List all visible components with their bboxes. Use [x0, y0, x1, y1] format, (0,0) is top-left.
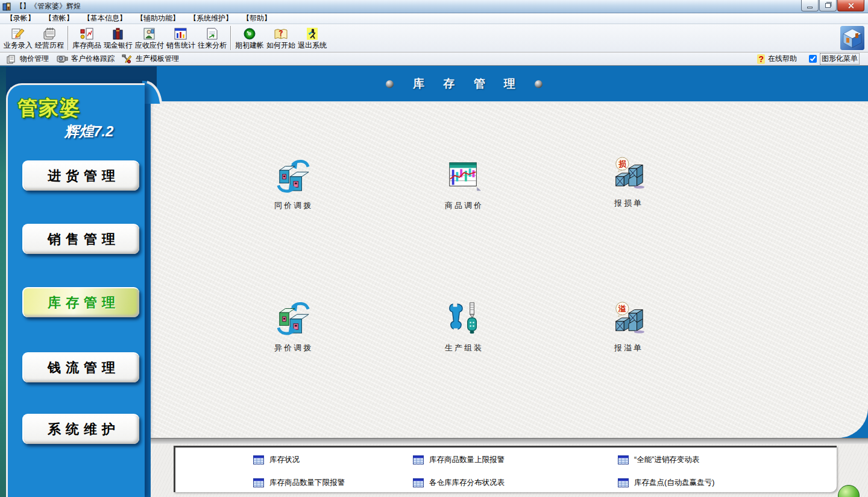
panel-divider — [151, 438, 868, 444]
graphic-menu-canvas: 同价调拨 商品调价 — [151, 101, 868, 438]
swoosh-curve — [142, 81, 169, 104]
loss-report-icon: 损 — [611, 156, 646, 191]
window-title: 【】《管家婆》辉煌 — [16, 1, 81, 11]
toolbar-separator — [230, 26, 231, 50]
menu-item-production-assembly[interactable]: 生产组装 — [419, 300, 509, 353]
help-icon: ? — [757, 54, 765, 64]
sidebar-item-inventory-management[interactable]: 库存管理 — [22, 287, 139, 317]
sphere-bullet-icon — [535, 80, 542, 88]
table-icon — [253, 455, 264, 464]
brand-logo-line2: 辉煌7.2 — [64, 122, 145, 141]
production-assembly-icon — [447, 300, 482, 335]
production-template-button[interactable]: 生产模板管理 — [119, 53, 184, 65]
menu-item-diff-price-transfer[interactable]: 异价调拨 — [248, 300, 339, 353]
minimize-button[interactable] — [801, 0, 819, 11]
sidebar-item-purchase-management[interactable]: 进货管理 — [22, 160, 139, 191]
cash-bank-icon — [110, 27, 126, 41]
toolbar-sales-stats-button[interactable]: 销售统计 — [165, 25, 197, 51]
table-icon — [413, 455, 424, 464]
table-icon — [618, 478, 629, 487]
table-icon — [253, 478, 264, 487]
price-management-icon — [6, 54, 17, 64]
brand-logo: 管家婆 辉煌7.2 — [17, 95, 145, 141]
application-window: 【】《管家婆》辉煌 【录帐】 【查帐】 【基本信息】 【辅助功能】 【系统维护】… — [0, 0, 868, 497]
menu-item-overflow-report[interactable]: 溢 报溢单 — [583, 300, 674, 353]
title-bar: 【】《管家婆》辉煌 — [0, 0, 868, 13]
table-icon — [413, 478, 424, 487]
toolbar-receivable-payable-button[interactable]: 应收应付 — [134, 25, 165, 51]
how-to-start-icon: ? — [273, 27, 289, 41]
section-title: 库 存 管 理 — [405, 76, 523, 92]
minimize-icon — [807, 7, 813, 8]
restore-icon — [825, 3, 831, 8]
report-link-stocktake[interactable]: 库存盘点(自动盘赢盘亏) — [618, 478, 714, 488]
menu-item-query[interactable]: 【查帐】 — [40, 13, 78, 24]
toolbar-separator — [68, 26, 69, 50]
menu-item-basic-info[interactable]: 【基本信息】 — [78, 13, 131, 24]
brand-cube-logo — [840, 26, 864, 50]
reports-panel: 库存状况 库存商品数量上限报警 “全能”进销存变动表 库存商品数量下限报警 各仓… — [174, 446, 837, 492]
toolbar-initial-account-button[interactable]: 期初建帐 — [234, 25, 265, 51]
table-icon — [618, 455, 629, 464]
receivable-payable-icon — [142, 27, 157, 41]
contacts-analysis-icon — [204, 27, 220, 41]
menu-bar: 【录帐】 【查帐】 【基本信息】 【辅助功能】 【系统维护】 【帮助】 — [0, 13, 868, 24]
goods-price-adjust-icon — [447, 158, 482, 193]
sidebar-item-sales-management[interactable]: 销售管理 — [22, 224, 139, 254]
menu-item-goods-price-adjust[interactable]: 商品调价 — [419, 158, 509, 211]
toolbar-exit-system-button[interactable]: 退出系统 — [297, 25, 328, 51]
subtoolbar-right: ? 在线帮助 图形化菜单 — [755, 52, 864, 65]
menu-item-record[interactable]: 【录帐】 — [1, 13, 40, 24]
sidebar: 管家婆 辉煌7.2 进货管理 销售管理 库存管理 钱流管理 系统维护 — [6, 83, 145, 497]
toolbar-how-to-start-button[interactable]: ? 如何开始 — [265, 25, 297, 51]
main-toolbar: 业务录入 经营历程 库存商品 — [0, 24, 868, 52]
app-icon — [2, 2, 12, 11]
business-history-icon — [42, 27, 57, 41]
left-edge-strip — [0, 66, 6, 497]
same-price-transfer-icon — [276, 158, 311, 193]
client-area: 库 存 管 理 同价调 — [0, 66, 868, 497]
diff-price-transfer-icon — [276, 300, 311, 335]
toolbar-business-entry-button[interactable]: 业务录入 — [2, 25, 34, 51]
secondary-toolbar: 物价管理 客户价格跟踪 生产模板管理 ? 在线帮助 — [0, 52, 868, 66]
svg-text:损: 损 — [618, 160, 627, 168]
graphic-menu-checkbox[interactable] — [809, 55, 817, 63]
brand-logo-line1: 管家婆 — [17, 95, 145, 122]
toolbar-cash-bank-button[interactable]: 现金银行 — [102, 25, 134, 51]
restore-button[interactable] — [819, 0, 837, 11]
close-button[interactable] — [837, 0, 864, 11]
toolbar-business-history-button[interactable]: 经营历程 — [34, 25, 65, 51]
menu-item-loss-report[interactable]: 损 报损单 — [583, 156, 674, 209]
svg-text:溢: 溢 — [618, 305, 626, 313]
menu-item-help[interactable]: 【帮助】 — [237, 13, 276, 24]
initial-account-icon — [242, 27, 257, 41]
svg-text:?: ? — [278, 29, 283, 37]
overflow-report-icon: 溢 — [611, 300, 646, 335]
business-entry-icon — [10, 27, 26, 41]
report-link-lower-limit-alarm[interactable]: 库存商品数量下限报警 — [253, 478, 345, 488]
close-icon — [848, 2, 854, 9]
report-link-almighty-change-table[interactable]: “全能”进销存变动表 — [618, 455, 699, 465]
online-help-button[interactable]: ? 在线帮助 — [755, 53, 802, 65]
report-link-inventory-status[interactable]: 库存状况 — [253, 455, 300, 465]
sphere-bullet-icon — [386, 80, 394, 88]
decorative-orb-icon — [838, 485, 860, 497]
toolbar-contacts-analysis-button[interactable]: 往来分析 — [197, 25, 228, 51]
graphic-menu-label[interactable]: 图形化菜单 — [820, 53, 860, 65]
toolbar-inventory-goods-button[interactable]: 库存商品 — [71, 25, 102, 51]
menu-item-system-maintenance[interactable]: 【系统维护】 — [184, 13, 237, 24]
price-management-button[interactable]: 物价管理 — [4, 53, 54, 65]
report-link-warehouse-distribution[interactable]: 各仓库库存分布状况表 — [413, 478, 505, 488]
reports-area: 库存状况 库存商品数量上限报警 “全能”进销存变动表 库存商品数量下限报警 各仓… — [151, 444, 868, 497]
window-controls — [801, 0, 864, 11]
sidebar-item-system-maintenance[interactable]: 系统维护 — [22, 414, 139, 444]
graphic-menu-toggle: 图形化菜单 — [807, 52, 864, 65]
exit-system-icon — [304, 27, 320, 41]
customer-price-tracking-icon — [56, 54, 68, 64]
production-template-icon — [122, 54, 133, 64]
customer-price-tracking-button[interactable]: 客户价格跟踪 — [54, 53, 119, 65]
menu-item-same-price-transfer[interactable]: 同价调拨 — [248, 158, 339, 211]
menu-item-aux-functions[interactable]: 【辅助功能】 — [131, 13, 184, 24]
sidebar-item-cashflow-management[interactable]: 钱流管理 — [22, 352, 139, 382]
report-link-upper-limit-alarm[interactable]: 库存商品数量上限报警 — [413, 455, 505, 465]
